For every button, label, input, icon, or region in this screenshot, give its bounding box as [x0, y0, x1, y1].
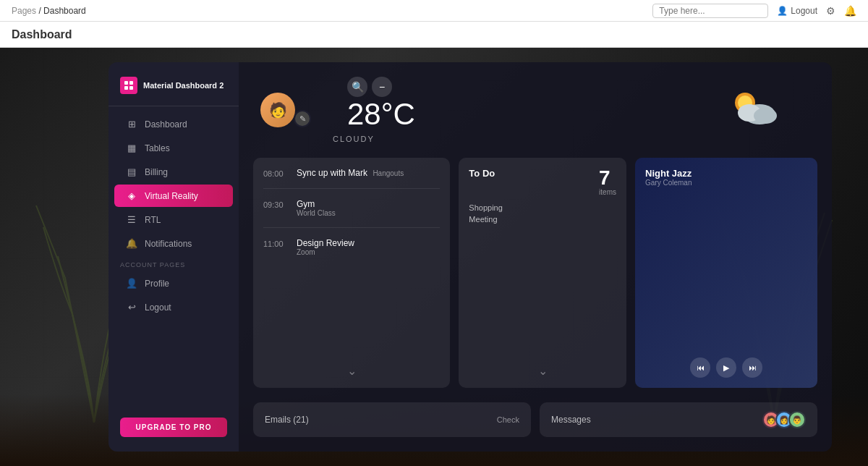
svg-rect-0 — [124, 81, 128, 85]
breadcrumb-pages[interactable]: Pages — [12, 6, 36, 16]
sidebar-item-notifications[interactable]: 🔔 Notifications — [114, 232, 233, 255]
rtl-icon: ☰ — [126, 214, 137, 225]
schedule-time-3: 11:00 — [263, 240, 289, 248]
music-title: Night Jazz — [645, 168, 807, 179]
todo-item-1: Shopping — [469, 203, 616, 212]
top-section: 🧑 ✎ 🔍 − 28°C CLOUDY — [239, 62, 832, 151]
top-header: Pages / Dashboard 👤 Logout ⚙ 🔔 — [0, 0, 868, 22]
schedule-subtitle-3: Zoom — [297, 248, 354, 256]
todo-count-label: items — [599, 188, 616, 196]
schedule-item-1: 08:00 Sync up with Mark Hangouts — [263, 168, 440, 178]
sidebar-item-label: RTL — [145, 215, 161, 225]
vr-icon: ◈ — [126, 190, 137, 201]
email-check-button[interactable]: Check — [497, 415, 519, 424]
weather-search-button[interactable]: 🔍 — [347, 77, 367, 97]
todo-title: To Do — [469, 168, 495, 179]
breadcrumb-current: Dashboard — [43, 6, 86, 16]
billing-icon: ▤ — [126, 166, 137, 177]
messages-label: Messages — [551, 415, 591, 425]
todo-count: 7 — [599, 168, 616, 188]
settings-icon[interactable]: ⚙ — [826, 5, 835, 17]
music-content: Night Jazz Gary Coleman ⏮ ▶ ⏭ — [645, 168, 807, 378]
sidebar-item-label: Notifications — [145, 239, 192, 249]
schedule-title-1: Sync up with Mark Hangouts — [297, 168, 404, 178]
weather-info: 🔍 − 28°C CLOUDY — [333, 77, 415, 143]
dashboard-main: 🧑 ✎ 🔍 − 28°C CLOUDY — [239, 62, 832, 452]
card-expand: ⌄ — [263, 364, 440, 378]
profile-icon: 👤 — [126, 278, 137, 289]
todo-card: To Do 7 items Shopping Meeting ⌄ — [459, 158, 626, 388]
notifications-icon: 🔔 — [126, 238, 137, 249]
weather-icon — [723, 87, 781, 133]
logout-icon: 👤 — [777, 6, 788, 16]
user-avatar: 🧑 — [260, 93, 295, 127]
upgrade-button[interactable]: UPGRADE TO PRO — [120, 418, 227, 437]
header-right: 👤 Logout ⚙ 🔔 — [652, 4, 856, 18]
schedule-time-2: 09:30 — [263, 200, 289, 209]
todo-count-area: 7 items — [599, 168, 616, 196]
brand-icon — [120, 77, 137, 94]
tables-icon: ▦ — [126, 143, 137, 153]
sidebar-item-tables[interactable]: ▦ Tables — [114, 137, 233, 159]
sidebar-item-billing[interactable]: ▤ Billing — [114, 161, 233, 183]
messages-avatars: 🧑 👩 👨 — [762, 411, 806, 428]
sidebar-item-label: Dashboard — [145, 119, 187, 130]
todo-header: To Do 7 items — [469, 168, 616, 196]
todo-expand-button[interactable]: ⌄ — [538, 364, 548, 378]
search-input[interactable] — [652, 4, 768, 18]
notification-icon[interactable]: 🔔 — [844, 5, 856, 17]
sidebar-spacer — [109, 319, 239, 412]
weather-controls: 🔍 − — [347, 77, 415, 97]
sidebar-item-logout[interactable]: ↩ Logout — [114, 296, 233, 318]
todo-item-2: Meeting — [469, 215, 616, 224]
dashboard-icon: ⊞ — [126, 119, 137, 130]
page-title: Dashboard — [12, 28, 72, 41]
sidebar-item-label: Virtual Reality — [145, 191, 198, 201]
music-next-button[interactable]: ⏭ — [742, 357, 762, 378]
sidebar-brand: Material Dashboard 2 — [109, 71, 239, 106]
sidebar-item-virtual-reality[interactable]: ◈ Virtual Reality — [114, 185, 233, 207]
music-artist: Gary Coleman — [645, 179, 807, 187]
weather-minus-button[interactable]: − — [372, 77, 392, 97]
svg-rect-1 — [129, 81, 133, 85]
sidebar-item-label: Logout — [145, 302, 171, 313]
email-label: Emails (21) — [265, 415, 309, 425]
bottom-row: Emails (21) Check Messages 🧑 👩 👨 — [239, 402, 832, 452]
email-card: Emails (21) Check — [253, 402, 531, 437]
cards-row: 08:00 Sync up with Mark Hangouts 09:30 G — [239, 151, 832, 402]
schedule-card: 08:00 Sync up with Mark Hangouts 09:30 G — [253, 158, 450, 388]
schedule-info-1: Sync up with Mark Hangouts — [297, 168, 404, 178]
svg-rect-3 — [129, 86, 133, 90]
avatar-edit-button[interactable]: ✎ — [294, 110, 311, 127]
todo-expand: ⌄ — [469, 364, 616, 378]
schedule-badge-1: Hangouts — [373, 169, 404, 177]
music-controls: ⏮ ▶ ⏭ — [645, 357, 807, 378]
logout-sidebar-icon: ↩ — [126, 302, 137, 313]
sidebar-item-dashboard[interactable]: ⊞ Dashboard — [114, 113, 233, 135]
breadcrumb: Pages / Dashboard — [12, 6, 86, 16]
sidebar-item-profile[interactable]: 👤 Profile — [114, 272, 233, 295]
sidebar-item-label: Billing — [145, 167, 168, 177]
sidebar-item-label: Profile — [145, 279, 169, 289]
music-prev-button[interactable]: ⏮ — [690, 357, 710, 378]
music-play-button[interactable]: ▶ — [716, 357, 736, 378]
page-title-bar: Dashboard — [0, 22, 868, 48]
schedule-time-1: 08:00 — [263, 169, 289, 178]
weather-description: CLOUDY — [333, 135, 415, 143]
sidebar-item-rtl[interactable]: ☰ RTL — [114, 208, 233, 231]
sidebar-brand-text: Material Dashboard 2 — [143, 81, 224, 90]
sidebar: Material Dashboard 2 ⊞ Dashboard ▦ Table… — [109, 62, 239, 452]
schedule-divider-2 — [263, 227, 440, 228]
messages-card: Messages 🧑 👩 👨 — [540, 402, 817, 437]
schedule-title-3: Design Review — [297, 238, 354, 248]
account-section-label: ACCOUNT PAGES — [109, 255, 239, 271]
schedule-item-3: 11:00 Design Review Zoom — [263, 238, 440, 256]
expand-button[interactable]: ⌄ — [347, 364, 357, 378]
schedule-title-2: Gym — [297, 199, 336, 209]
schedule-info-3: Design Review Zoom — [297, 238, 354, 256]
schedule-item-2: 09:30 Gym World Class — [263, 199, 440, 217]
logout-button[interactable]: 👤 Logout — [777, 6, 817, 16]
schedule-divider-1 — [263, 188, 440, 189]
todo-items: Shopping Meeting — [469, 203, 616, 358]
message-avatar-3: 👨 — [788, 411, 806, 428]
